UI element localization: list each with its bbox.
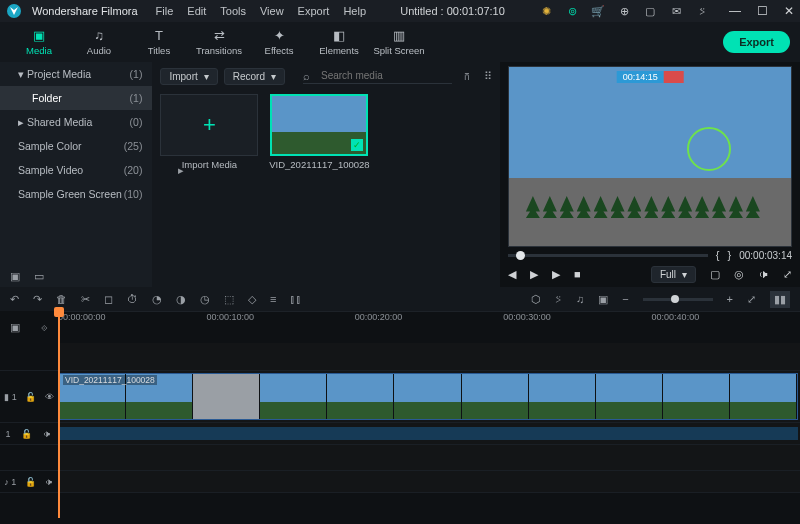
quality-dropdown[interactable]: Full ▾	[651, 266, 696, 283]
mic-icon[interactable]: ⍩	[695, 4, 709, 18]
lock-icon[interactable]: 🔓	[25, 392, 36, 402]
import-media-tile[interactable]: + Import Media	[160, 94, 258, 170]
fullscreen-icon[interactable]: ⤢	[783, 268, 792, 281]
scrub-handle[interactable]	[516, 251, 525, 260]
zoom-out-button[interactable]: −	[622, 293, 628, 305]
lightbulb-icon[interactable]: ✺	[539, 4, 553, 18]
export-button[interactable]: Export	[723, 31, 790, 53]
splitscreen-icon: ▥	[393, 28, 405, 43]
sidebar-item-project-media[interactable]: ▾ Project Media(1)	[0, 62, 152, 86]
color-button[interactable]: ◔	[152, 293, 162, 306]
volume-icon[interactable]: 🕩	[758, 268, 769, 280]
import-dropdown[interactable]: Import▾	[160, 68, 217, 85]
snapshot-icon[interactable]: ◎	[734, 268, 744, 281]
fit-button[interactable]: ⤢	[747, 293, 756, 306]
tab-split-screen[interactable]: ▥Split Screen	[370, 22, 428, 62]
media-clip-tile[interactable]: ✓ VID_20211117_100028	[270, 94, 368, 170]
tab-audio[interactable]: ♫Audio	[70, 22, 128, 62]
mail-icon[interactable]: ✉	[669, 4, 683, 18]
track-manager-button[interactable]: ▮▮	[770, 291, 790, 308]
tab-elements[interactable]: ◧Elements	[310, 22, 368, 62]
headphones-icon[interactable]: ⊚	[565, 4, 579, 18]
mute-icon[interactable]: 🕩	[43, 429, 52, 439]
folder-icon[interactable]: ▭	[34, 270, 44, 283]
mute-icon[interactable]: 🕩	[45, 477, 54, 487]
speed-button[interactable]: ⏱	[127, 293, 138, 305]
playhead[interactable]	[58, 311, 60, 518]
video-track-body[interactable]: VID_20211117_100028	[58, 371, 800, 422]
sidebar-item-sample-color[interactable]: Sample Color(25)	[0, 134, 152, 158]
cart-icon[interactable]: 🛒	[591, 4, 605, 18]
preview-scrubber[interactable]: { } 00:00:03:14	[508, 247, 792, 263]
menu-view[interactable]: View	[260, 5, 284, 17]
crop-button[interactable]: ◻	[104, 293, 113, 306]
record-dropdown[interactable]: Record▾	[224, 68, 285, 85]
menu-file[interactable]: File	[156, 5, 174, 17]
detect-button[interactable]: ⬚	[224, 293, 234, 306]
marker-icon[interactable]: ⬡	[531, 293, 541, 306]
sidebar-item-sample-video[interactable]: Sample Video(20)▸	[0, 158, 152, 182]
project-title: Untitled : 00:01:07:10	[376, 5, 529, 17]
lock-icon[interactable]: 🔓	[25, 477, 36, 487]
mark-in-icon[interactable]: {	[716, 249, 720, 261]
timeline-ruler[interactable]: 00:00:00:00 00:00:10:00 00:00:20:00 00:0…	[58, 311, 800, 343]
sidebar-item-sample-green[interactable]: Sample Green Screen(10)	[0, 182, 152, 206]
undo-button[interactable]: ↶	[10, 293, 19, 306]
globe-icon[interactable]: ⊕	[617, 4, 631, 18]
menu-tools[interactable]: Tools	[220, 5, 246, 17]
timer-blue: 00:14:15	[617, 71, 664, 83]
music-track-body[interactable]	[58, 471, 800, 492]
delete-button[interactable]: 🗑	[56, 293, 67, 305]
timer-button[interactable]: ◷	[200, 293, 210, 306]
tab-transitions[interactable]: ⇄Transitions	[190, 22, 248, 62]
align-button[interactable]: ≡	[270, 293, 276, 305]
add-track-icon[interactable]: ▣	[10, 321, 20, 334]
audio-adjust-button[interactable]: ⫿⫿	[290, 293, 302, 305]
redo-button[interactable]: ↷	[33, 293, 42, 306]
sidebar-item-shared-media[interactable]: ▸ Shared Media(0)	[0, 110, 152, 134]
maximize-button[interactable]: ☐	[757, 4, 768, 18]
stop-button[interactable]: ■	[574, 268, 581, 280]
tab-titles[interactable]: TTitles	[130, 22, 188, 62]
preview-pane: 00:14:15 { } 00:00:03:14 ◀ ▶ ▶ ■ Full ▾ …	[500, 62, 800, 287]
video-clip[interactable]: VID_20211117_100028	[58, 373, 798, 420]
mixer-icon[interactable]: ♫	[576, 293, 584, 305]
sidebar-item-folder[interactable]: Folder(1)	[0, 86, 152, 110]
menu-help[interactable]: Help	[343, 5, 366, 17]
audio-clip[interactable]	[58, 427, 798, 440]
audio-track-body[interactable]	[58, 423, 800, 444]
lock-icon[interactable]: 🔓	[21, 429, 32, 439]
new-folder-icon[interactable]: ▣	[10, 270, 20, 283]
preview-viewport[interactable]: 00:14:15	[508, 66, 792, 247]
chevron-down-icon: ▾	[682, 269, 687, 280]
save-icon[interactable]: ▢	[643, 4, 657, 18]
keyframe-button[interactable]: ◇	[248, 293, 256, 306]
play-button[interactable]: ▶	[552, 268, 560, 281]
zoom-in-button[interactable]: +	[727, 293, 733, 305]
split-button[interactable]: ✂	[81, 293, 90, 306]
tab-media[interactable]: ▣Media	[10, 22, 68, 62]
green-screen-button[interactable]: ◑	[176, 293, 186, 306]
grid-view-icon[interactable]: ⠿	[484, 70, 492, 83]
menu-edit[interactable]: Edit	[187, 5, 206, 17]
ruler-tick: 00:00:30:00	[503, 312, 551, 322]
track-audio-label: 1	[5, 429, 10, 439]
zoom-slider[interactable]	[643, 298, 713, 301]
ruler-tick: 00:00:10:00	[206, 312, 254, 322]
voiceover-icon[interactable]: ⍩	[555, 293, 562, 305]
next-frame-button[interactable]: ▶	[530, 268, 538, 281]
search-input[interactable]	[303, 68, 452, 84]
minimize-button[interactable]: —	[729, 4, 741, 18]
mark-out-icon[interactable]: }	[727, 249, 731, 261]
prev-frame-button[interactable]: ◀	[508, 268, 516, 281]
title-bar: Wondershare Filmora File Edit Tools View…	[0, 0, 800, 22]
link-icon[interactable]: ⟐	[41, 321, 48, 333]
tab-effects[interactable]: ✦Effects	[250, 22, 308, 62]
close-button[interactable]: ✕	[784, 4, 794, 18]
visibility-icon[interactable]: 👁	[45, 392, 54, 402]
render-icon[interactable]: ▣	[598, 293, 608, 306]
filter-icon[interactable]: ⩃	[464, 70, 470, 82]
display-icon[interactable]: ▢	[710, 268, 720, 281]
menu-export[interactable]: Export	[298, 5, 330, 17]
media-toolbar: Import▾ Record▾ ⌕ ⩃ ⠿	[152, 62, 500, 90]
